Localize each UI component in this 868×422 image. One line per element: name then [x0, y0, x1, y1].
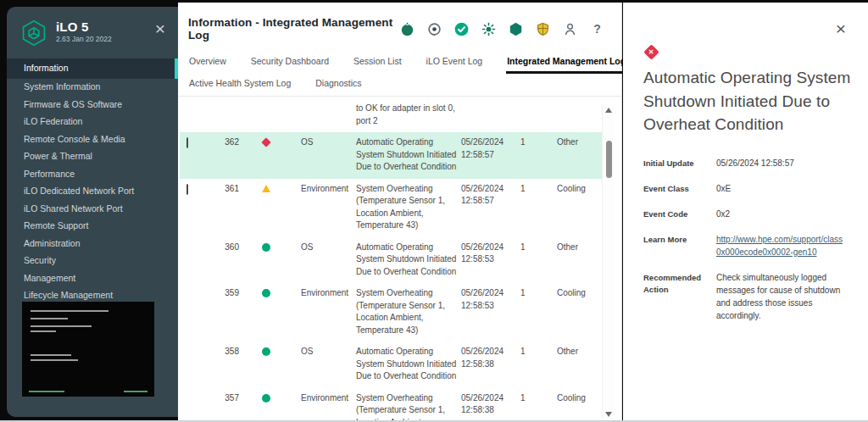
tab-ilo-event-log[interactable]: iLO Event Log [426, 52, 484, 74]
event-timestamp: 05/26/202412:58:38 [461, 392, 514, 422]
help-icon[interactable]: ? [590, 22, 604, 36]
event-class: Environment [283, 183, 356, 232]
scroll-down-icon[interactable] [605, 412, 612, 417]
ok-icon [262, 289, 270, 297]
learn-more-link[interactable]: http://www.hpe.com/support/class0x000eco… [716, 235, 843, 257]
partial-description: to OK for adapter in slot 0,port 2 [356, 103, 461, 127]
event-detail-panel: × ✕ Automatic Operating System Shutdown … [623, 3, 868, 422]
event-description: System Overheating (Temperature Sensor 1… [356, 392, 461, 422]
field-label: Learn More [643, 233, 704, 258]
field-value: Check simultaneously logged messages for… [716, 271, 846, 322]
sidebar-item-ilo-federation[interactable]: iLO Federation [7, 114, 178, 131]
field-value: 05/26/2024 12:58:57 [716, 157, 846, 169]
tab-diagnostics[interactable]: Diagnostics [314, 74, 362, 96]
target-icon[interactable] [427, 22, 442, 36]
scrollbar-thumb[interactable] [606, 141, 612, 178]
page-title: Information - Integrated Management Log [188, 16, 400, 42]
field-label: Event Class [643, 182, 704, 195]
event-id: 361 [210, 183, 249, 232]
detail-fields: Initial Update05/26/2024 12:58:57Event C… [643, 157, 846, 322]
shield-icon[interactable] [536, 22, 550, 36]
log-row-361[interactable]: 361EnvironmentSystem Overheating (Temper… [180, 179, 605, 237]
sidebar-item-ilo-shared-network-port[interactable]: iLO Shared Network Port [7, 200, 178, 218]
detail-field-event-class: Event Class0xE [643, 182, 846, 195]
sidebar-item-remote-console-media[interactable]: Remote Console & Media [7, 130, 178, 148]
sidebar-close-icon[interactable]: × [155, 22, 165, 36]
row-select-cell [180, 183, 210, 232]
row-select-cell [180, 242, 210, 279]
tab-integrated-management-log[interactable]: Integrated Management Log [506, 52, 626, 74]
tab-session-list[interactable]: Session List [353, 52, 403, 74]
power-icon[interactable] [400, 22, 415, 36]
sun-icon[interactable] [481, 22, 496, 36]
detail-title: Automatic Operating System Shutdown Init… [643, 66, 867, 136]
event-class: OS [283, 136, 356, 174]
event-id: 357 [210, 392, 249, 422]
sidebar-nav: InformationSystem InformationFirmware & … [7, 58, 178, 304]
sidebar-item-performance[interactable]: Performance [7, 165, 178, 183]
ok-icon [262, 394, 270, 403]
event-description: Automatic Operating System Shutdown Init… [356, 136, 461, 174]
scroll-up-icon[interactable] [605, 108, 612, 113]
sidebar-item-information[interactable]: Information [7, 58, 178, 79]
tab-bar: OverviewSecurity DashboardSession ListiL… [178, 42, 621, 97]
event-count: 1 [514, 136, 544, 174]
log-row-357[interactable]: 357EnvironmentSystem Overheating (Temper… [180, 388, 605, 422]
sidebar-item-power-thermal[interactable]: Power & Thermal [7, 148, 178, 166]
console-text-line [31, 318, 68, 319]
event-timestamp: 05/26/202412:58:53 [461, 242, 514, 279]
critical-severity-icon: ✕ [643, 44, 659, 59]
event-timestamp: 05/26/202412:58:57 [461, 136, 514, 174]
table-scrollbar[interactable] [602, 105, 615, 419]
user-icon[interactable] [563, 22, 577, 36]
hexagon-icon[interactable] [509, 22, 523, 36]
field-label: Event Code [643, 208, 704, 220]
event-timestamp: 05/26/202412:58:38 [461, 346, 514, 383]
event-category: Cooling [544, 287, 605, 336]
field-value: http://www.hpe.com/support/class0x000eco… [716, 233, 846, 258]
row-select-cell [180, 392, 210, 422]
event-count: 1 [514, 183, 544, 232]
remote-console-thumbnail[interactable] [22, 302, 154, 397]
log-row-358[interactable]: 358OSAutomatic Operating System Shutdown… [180, 341, 605, 388]
health-check-icon[interactable] [454, 22, 469, 36]
event-category: Other [544, 242, 605, 279]
sidebar-item-management[interactable]: Management [7, 269, 178, 287]
console-text-line [31, 354, 71, 356]
log-row-360[interactable]: 360OSAutomatic Operating System Shutdown… [180, 237, 605, 284]
console-status-text [124, 391, 147, 392]
log-row-359[interactable]: 359EnvironmentSystem Overheating (Temper… [180, 283, 605, 341]
log-row-362[interactable]: 362OSAutomatic Operating System Shutdown… [180, 132, 605, 179]
log-row-partial[interactable]: to OK for adapter in slot 0,port 2 [180, 98, 605, 132]
event-count: 1 [514, 392, 544, 422]
sidebar-item-firmware-os-software[interactable]: Firmware & OS Software [7, 96, 178, 114]
sidebar-item-administration[interactable]: Administration [7, 235, 178, 253]
sidebar-item-ilo-dedicated-network-port[interactable]: iLO Dedicated Network Port [7, 183, 178, 201]
field-label: Recommended Action [643, 271, 704, 322]
detail-field-event-code: Event Code0x2 [643, 208, 846, 220]
sidebar-item-security[interactable]: Security [7, 253, 178, 270]
event-class: OS [283, 242, 356, 279]
event-category: Other [544, 346, 605, 383]
row-362-checkbox[interactable] [186, 137, 188, 148]
event-id: 359 [210, 287, 249, 336]
tab-active-health-system-log[interactable]: Active Health System Log [188, 74, 292, 96]
sidebar-item-remote-support[interactable]: Remote Support [7, 218, 178, 236]
event-id: 358 [210, 346, 249, 383]
tab-overview[interactable]: Overview [188, 52, 227, 74]
status-icon-bar: ? [400, 22, 609, 36]
tab-security-dashboard[interactable]: Security Dashboard [250, 52, 330, 74]
event-description: Automatic Operating System Shutdown Init… [356, 346, 461, 383]
event-class: Environment [283, 287, 356, 336]
console-status-text [29, 391, 64, 392]
event-class: Environment [283, 392, 356, 422]
console-text-line [31, 330, 56, 332]
detail-close-icon[interactable]: × [836, 21, 846, 36]
row-361-checkbox[interactable] [186, 184, 188, 195]
event-count: 1 [514, 287, 544, 336]
app-title: iLO 5 [56, 19, 112, 34]
sidebar-item-system-information[interactable]: System Information [7, 79, 178, 97]
event-count: 1 [514, 242, 544, 279]
caution-icon [262, 185, 270, 192]
sidebar: iLO 5 2.63 Jan 20 2022 × InformationSyst… [7, 7, 178, 417]
